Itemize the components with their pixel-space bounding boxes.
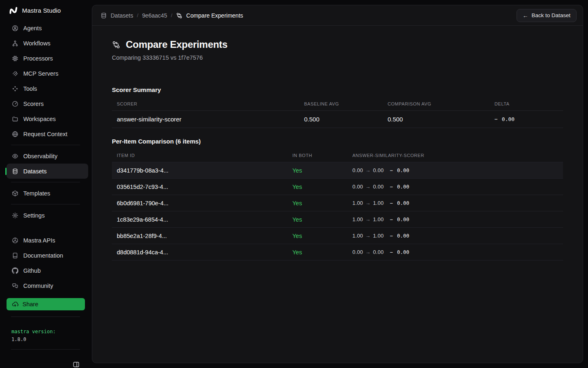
breadcrumb-current: Compare Experiments <box>186 12 243 19</box>
workflows-icon <box>12 40 18 47</box>
breadcrumb: Datasets / 9e6aac45 / Compare Experiment… <box>92 5 583 26</box>
comparison-score: 0.00 <box>373 184 384 190</box>
breadcrumb-datasets-link[interactable]: Datasets <box>111 12 133 19</box>
scorer-summary-header-row: SCORER BASELINE AVG COMPARISON AVG DELTA <box>112 97 563 111</box>
in-both-cell: Yes <box>292 184 352 190</box>
sidebar-item-templates[interactable]: Templates <box>0 186 92 201</box>
item-id-cell: 035615d2-7c93-4... <box>112 184 292 190</box>
sidebar-item-github[interactable]: Github <box>0 263 92 278</box>
baseline-avg-cell: 0.500 <box>304 116 388 123</box>
table-row[interactable]: d8d0881d-94ca-4... Yes 0.00→0.00−0.00 <box>112 244 563 260</box>
scorer-summary-title: Scorer Summary <box>112 86 563 93</box>
delta-value: 0.00 <box>397 200 409 206</box>
page-header: Compare Experiments <box>112 39 563 50</box>
mastra-logo-icon <box>9 5 18 15</box>
item-id-cell: 1c83e29a-6854-4... <box>112 216 292 223</box>
mcp-servers-icon <box>12 70 18 77</box>
table-row[interactable]: 6b0d6981-790e-4... Yes 1.00→1.00−0.00 <box>112 195 563 211</box>
right-arrow-icon: → <box>365 184 371 190</box>
compare-icon <box>112 40 120 49</box>
comparison-score: 0.00 <box>373 167 384 173</box>
score-comparison-cell: 1.00→1.00−0.00 <box>352 200 563 206</box>
processors-icon <box>12 55 18 62</box>
sidebar-item-processors[interactable]: Processors <box>0 51 92 66</box>
table-row[interactable]: 1c83e29a-6854-4... Yes 1.00→1.00−0.00 <box>112 211 563 228</box>
in-both-cell: Yes <box>292 249 352 256</box>
baseline-score: 0.00 <box>352 184 363 190</box>
sidebar-collapse-row <box>0 361 92 368</box>
table-row[interactable]: bb85e2a1-28f9-4... Yes 1.00→1.00−0.00 <box>112 228 563 244</box>
column-header: IN BOTH <box>292 153 352 158</box>
sidebar-item-scorers[interactable]: Scorers <box>0 96 92 111</box>
in-both-cell: Yes <box>292 216 352 223</box>
scorers-icon <box>12 101 18 107</box>
sidebar-item-label: Mastra APIs <box>23 237 55 244</box>
delta-cell: −0.00 <box>390 216 410 222</box>
delta-cell: −0.00 <box>390 184 410 190</box>
back-to-dataset-button[interactable]: ← Back to Dataset <box>517 9 577 22</box>
sidebar-item-label: Workflows <box>23 40 51 47</box>
sidebar-spacer <box>0 223 92 227</box>
score-comparison-cell: 1.00→1.00−0.00 <box>352 216 563 222</box>
delta-cell: −0.00 <box>390 167 410 173</box>
sidebar-item-label: Community <box>23 283 53 289</box>
sidebar-item-datasets[interactable]: Datasets <box>7 164 88 179</box>
per-item-header-row: ITEM ID IN BOTH ANSWER-SIMILARITY-SCORER <box>112 149 563 162</box>
compare-icon <box>176 12 183 19</box>
sidebar-item-mcp-servers[interactable]: MCP Servers <box>0 66 92 81</box>
page-content: Compare Experiments Comparing 33336715 v… <box>92 26 583 260</box>
score-comparison-cell: 0.00→0.00−0.00 <box>352 167 563 173</box>
delta-cell: −0.00 <box>390 233 410 239</box>
delta-cell: −0.00 <box>494 116 563 122</box>
comparison-score: 1.00 <box>373 233 384 239</box>
column-header: DELTA <box>494 101 563 106</box>
breadcrumb-dataset-id-link[interactable]: 9e6aac45 <box>142 12 167 19</box>
app-root: Mastra Studio Agents Workflows Processor… <box>0 0 588 368</box>
column-header: ANSWER-SIMILARITY-SCORER <box>352 153 563 158</box>
back-to-dataset-label: Back to Dataset <box>532 12 570 18</box>
table-row[interactable]: 035615d2-7c93-4... Yes 0.00→0.00−0.00 <box>112 179 563 195</box>
sidebar-item-agents[interactable]: Agents <box>0 20 92 36</box>
share-button[interactable]: Share <box>7 298 85 310</box>
baseline-score: 0.00 <box>352 167 363 173</box>
sidebar-item-mastra-apis[interactable]: Mastra APIs <box>0 233 92 248</box>
divider <box>11 145 80 145</box>
right-arrow-icon: → <box>365 168 371 173</box>
item-id-cell: d8d0881d-94ca-4... <box>112 249 292 256</box>
right-arrow-icon: → <box>365 233 371 239</box>
collapse-sidebar-button[interactable] <box>73 361 80 368</box>
table-row[interactable]: answer-similarity-scorer 0.500 0.500 −0.… <box>112 111 563 128</box>
sidebar-item-workspaces[interactable]: Workspaces <box>0 111 92 126</box>
left-arrow-icon: ← <box>523 13 528 18</box>
request-context-icon <box>12 131 18 137</box>
column-header: SCORER <box>112 101 304 106</box>
sidebar-item-observability[interactable]: Observability <box>0 148 92 164</box>
sidebar-item-community[interactable]: Community <box>0 278 92 293</box>
delta-sign: − <box>390 249 393 255</box>
table-row[interactable]: d341779b-08a3-4... Yes 0.00→0.00−0.00 <box>112 162 563 179</box>
version-value: 1.8.0 <box>11 336 92 343</box>
version-info: mastra version: 1.8.0 <box>11 328 92 343</box>
sidebar-item-tools[interactable]: Tools <box>0 81 92 96</box>
baseline-score: 1.00 <box>352 233 363 239</box>
divider <box>11 349 80 350</box>
column-header: BASELINE AVG <box>304 101 388 106</box>
sidebar-item-documentation[interactable]: Documentation <box>0 248 92 263</box>
version-label: mastra version: <box>11 328 92 336</box>
delta-sign: − <box>390 233 393 239</box>
in-both-cell: Yes <box>292 233 352 239</box>
sidebar-item-request-context[interactable]: Request Context <box>0 126 92 141</box>
tools-icon <box>12 85 18 92</box>
sidebar-item-settings[interactable]: Settings <box>0 208 92 223</box>
delta-sign: − <box>494 116 498 122</box>
sidebar-item-label: Templates <box>23 190 50 197</box>
score-comparison-cell: 1.00→1.00−0.00 <box>352 233 563 239</box>
sidebar-item-label: Request Context <box>23 131 67 137</box>
baseline-score: 1.00 <box>352 216 363 222</box>
item-id-cell: 6b0d6981-790e-4... <box>112 200 292 206</box>
sidebar-item-workflows[interactable]: Workflows <box>0 36 92 51</box>
right-arrow-icon: → <box>365 249 371 255</box>
github-icon <box>12 267 18 274</box>
app-title: Mastra Studio <box>22 7 61 14</box>
mastra-apis-icon <box>12 237 18 244</box>
